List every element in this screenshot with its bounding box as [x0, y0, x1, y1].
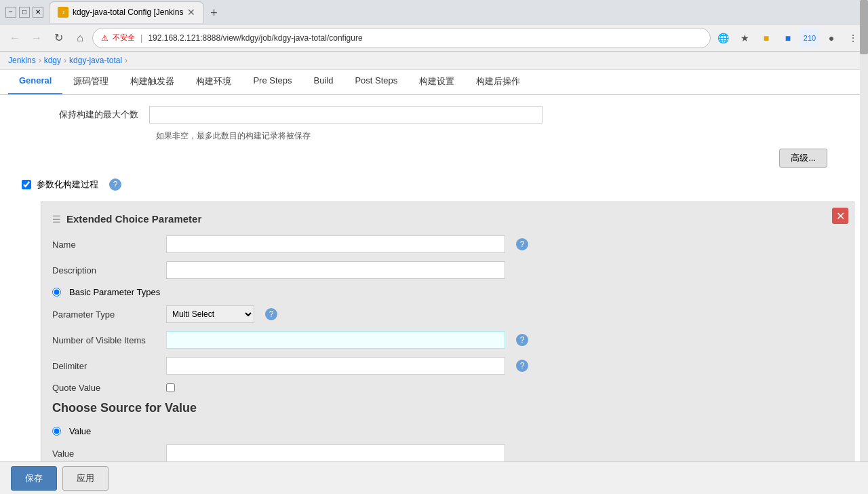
max-builds-row: 保持构建的最大个数 — [14, 106, 854, 124]
tab-env[interactable]: 构建环境 — [185, 70, 242, 94]
tab-favicon: J — [58, 7, 68, 18]
ecp-value-radio-row: Value — [52, 426, 843, 436]
ecp-param-type-label: Parameter Type — [52, 309, 161, 320]
ecp-visible-items-row: Number of Visible Items ? — [52, 331, 843, 349]
tab-post-steps[interactable]: Post Steps — [344, 70, 408, 94]
tab-triggers[interactable]: 构建触发器 — [119, 70, 185, 94]
bookmark-icon[interactable]: ★ — [735, 28, 754, 48]
extension1-icon[interactable]: ■ — [757, 28, 776, 48]
profile-icon[interactable]: ● — [822, 28, 841, 48]
ecp-close-button[interactable]: ✕ — [832, 208, 848, 224]
ecp-visible-items-label: Number of Visible Items — [52, 335, 161, 345]
ecp-quote-value-row: Quote Value — [52, 383, 843, 393]
extension2-icon[interactable]: ■ — [778, 28, 797, 48]
back-button[interactable]: ← — [5, 28, 24, 48]
ecp-delimiter-input[interactable] — [166, 357, 505, 375]
ecp-visible-items-help-icon[interactable]: ? — [516, 334, 528, 346]
parameterize-help-icon[interactable]: ? — [109, 178, 121, 191]
max-builds-hint: 如果非空，最多此数目的构建记录将被保存 — [156, 130, 854, 142]
ecp-param-type-select[interactable]: Multi Select Single Select Check Boxes R… — [166, 305, 254, 323]
address-bar[interactable]: ⚠ 不安全 | 192.168.2.121:8888/view/kdgy/job… — [92, 28, 711, 48]
tab-scm[interactable]: 源码管理 — [62, 70, 119, 94]
ecp-basic-param-label: Basic Parameter Types — [69, 287, 160, 297]
parameterize-label: 参数化构建过程 — [37, 178, 98, 191]
breadcrumb-kdgy[interactable]: kdgy — [44, 56, 61, 65]
ecp-value-radio-label: Value — [69, 426, 91, 436]
tab-close-button[interactable]: ✕ — [187, 7, 195, 18]
maximize-button[interactable]: □ — [19, 7, 30, 18]
ecp-visible-items-input[interactable] — [166, 331, 505, 349]
ecp-value-input[interactable] — [166, 444, 505, 462]
choose-source-title: Choose Source for Value — [52, 401, 843, 415]
ecp-param-type-row: Parameter Type Multi Select Single Selec… — [52, 305, 843, 323]
ecp-description-row: Description — [52, 261, 843, 279]
content-area: 保持构建的最大个数 如果非空，最多此数目的构建记录将被保存 高级... 参数化构… — [0, 95, 868, 492]
tab-build[interactable]: Build — [303, 70, 344, 94]
home-button[interactable]: ⌂ — [71, 28, 90, 48]
ecp-quote-value-checkbox[interactable] — [166, 383, 175, 392]
browser-toolbar: ← → ↻ ⌂ ⚠ 不安全 | 192.168.2.121:8888/view/… — [0, 24, 868, 52]
page-scrollbar[interactable] — [860, 0, 868, 492]
new-tab-button[interactable]: + — [204, 4, 223, 23]
drag-handle-icon: ☰ — [52, 214, 61, 225]
browser-tab[interactable]: J kdgy-java-total Config [Jenkins ✕ — [49, 1, 204, 23]
forward-button[interactable]: → — [27, 28, 46, 48]
ecp-name-row: Name ? — [52, 235, 843, 253]
ecp-title: Extended Choice Parameter — [66, 213, 201, 225]
tab-general[interactable]: General — [8, 70, 62, 94]
window-controls: − □ ✕ — [5, 7, 43, 18]
ecp-value-label: Value — [52, 449, 161, 459]
ecp-delimiter-row: Delimiter ? — [52, 357, 843, 375]
advanced-button[interactable]: 高级... — [779, 149, 827, 168]
tab-pre-steps[interactable]: Pre Steps — [242, 70, 302, 94]
save-button[interactable]: 保存 — [11, 466, 57, 491]
tab-post-build[interactable]: 构建后操作 — [465, 70, 531, 94]
ecp-header: ☰ Extended Choice Parameter — [52, 213, 843, 225]
tab-bar: J kdgy-java-total Config [Jenkins ✕ + — [49, 1, 863, 23]
breadcrumb-job[interactable]: kdgy-java-total — [69, 56, 122, 65]
parameterize-row: 参数化构建过程 ? — [14, 178, 854, 191]
ecp-delimiter-label: Delimiter — [52, 361, 161, 371]
ecp-name-label: Name — [52, 240, 161, 250]
ecp-quote-value-label: Quote Value — [52, 383, 161, 393]
ecp-name-help-icon[interactable]: ? — [516, 238, 528, 250]
main-content: General 源码管理 构建触发器 构建环境 Pre Steps Build … — [0, 70, 868, 492]
toolbar-actions: 🌐 ★ ■ ■ 210 ● ⋮ — [713, 28, 863, 48]
reload-button[interactable]: ↻ — [49, 28, 68, 48]
url-display: 192.168.2.121:8888/view/kdgy/job/kdgy-ja… — [148, 33, 362, 43]
not-secure-label: 不安全 — [113, 33, 135, 43]
security-icon: ⚠ — [101, 33, 108, 43]
apply-button[interactable]: 应用 — [62, 466, 108, 491]
tab-title: kdgy-java-total Config [Jenkins — [73, 7, 183, 17]
ecp-description-label: Description — [52, 265, 161, 276]
ecp-panel: ✕ ☰ Extended Choice Parameter Name ? Des… — [41, 202, 854, 482]
close-window-button[interactable]: ✕ — [33, 7, 43, 18]
tab-settings[interactable]: 构建设置 — [408, 70, 465, 94]
ecp-name-input[interactable] — [166, 235, 505, 253]
scrollbar-thumb — [860, 0, 868, 54]
ecp-delimiter-help-icon[interactable]: ? — [516, 360, 528, 372]
minimize-button[interactable]: − — [5, 7, 16, 18]
counter-badge: 210 — [800, 28, 819, 48]
ecp-value-row: Value — [52, 444, 843, 462]
bottom-bar: 保存 应用 — [0, 461, 868, 492]
breadcrumb-jenkins[interactable]: Jenkins — [8, 56, 36, 65]
ecp-value-radio[interactable] — [52, 427, 61, 436]
ecp-basic-param-row: Basic Parameter Types — [52, 287, 843, 297]
tabs-bar: General 源码管理 构建触发器 构建环境 Pre Steps Build … — [0, 70, 868, 95]
ecp-description-input[interactable] — [166, 261, 505, 279]
translate-icon[interactable]: 🌐 — [713, 28, 732, 48]
browser-titlebar: − □ ✕ J kdgy-java-total Config [Jenkins … — [0, 0, 868, 24]
ecp-basic-param-radio[interactable] — [52, 288, 61, 297]
breadcrumb: Jenkins › kdgy › kdgy-java-total › — [0, 52, 868, 70]
parameterize-checkbox[interactable] — [22, 180, 31, 189]
max-builds-input[interactable] — [149, 106, 542, 124]
max-builds-label: 保持构建的最大个数 — [14, 109, 149, 121]
advanced-row: 高级... — [14, 149, 854, 168]
ecp-param-type-help-icon[interactable]: ? — [265, 308, 277, 320]
